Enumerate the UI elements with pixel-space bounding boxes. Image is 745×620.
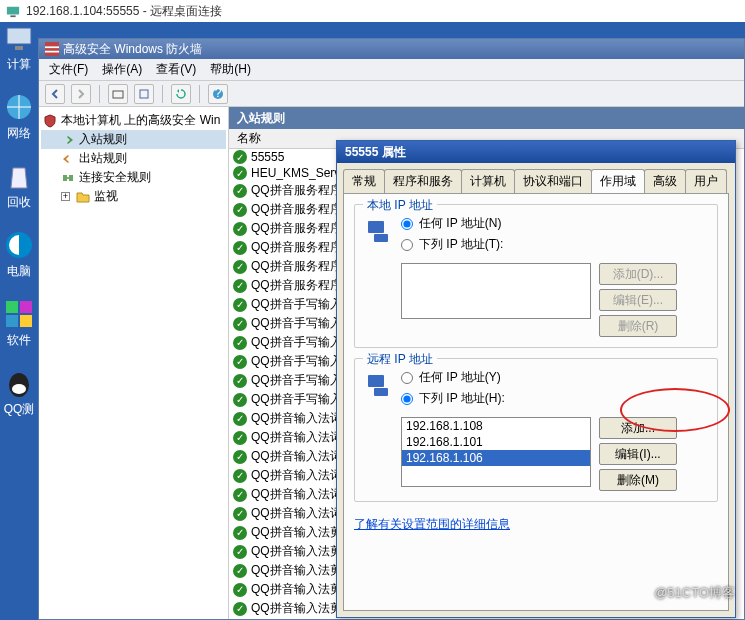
rule-name: QQ拼音服务程序 bbox=[251, 277, 342, 294]
menu-file[interactable]: 文件(F) bbox=[43, 59, 94, 80]
tab-advanced[interactable]: 高级 bbox=[644, 169, 686, 193]
tree-root[interactable]: 本地计算机 上的高级安全 Win bbox=[41, 111, 226, 130]
menu-help[interactable]: 帮助(H) bbox=[204, 59, 257, 80]
svg-rect-16 bbox=[140, 90, 148, 98]
svg-rect-0 bbox=[7, 7, 19, 15]
svg-rect-24 bbox=[374, 388, 388, 396]
remote-these-radio[interactable]: 下列 IP 地址(H): bbox=[401, 390, 707, 407]
ip-entry[interactable]: 192.168.1.108 bbox=[402, 418, 590, 434]
svg-rect-6 bbox=[6, 301, 18, 313]
svg-rect-19 bbox=[63, 175, 67, 181]
svg-rect-15 bbox=[113, 91, 123, 98]
desktop-icon-computer[interactable]: 计算 bbox=[0, 22, 38, 73]
tab-users[interactable]: 用户 bbox=[685, 169, 727, 193]
firewall-titlebar: 高级安全 Windows 防火墙 bbox=[39, 39, 744, 59]
toolbar-back[interactable] bbox=[45, 84, 65, 104]
remote-remove-button[interactable]: 删除(M) bbox=[599, 469, 677, 491]
rdp-icon bbox=[6, 4, 20, 18]
enabled-icon: ✓ bbox=[233, 222, 247, 236]
rdp-title: 192.168.1.104:55555 - 远程桌面连接 bbox=[26, 3, 222, 20]
enabled-icon: ✓ bbox=[233, 431, 247, 445]
tab-computers[interactable]: 计算机 bbox=[461, 169, 515, 193]
tree-monitor[interactable]: + 监视 bbox=[41, 187, 226, 206]
enabled-icon: ✓ bbox=[233, 203, 247, 217]
tab-general[interactable]: 常规 bbox=[343, 169, 385, 193]
rule-name: QQ拼音服务程序 bbox=[251, 201, 342, 218]
rule-name: QQ拼音服务程序 bbox=[251, 239, 342, 256]
tab-ports[interactable]: 协议和端口 bbox=[514, 169, 592, 193]
desktop-icon-recycle[interactable]: 回收 bbox=[0, 160, 38, 211]
enabled-icon: ✓ bbox=[233, 488, 247, 502]
network-icon bbox=[365, 217, 393, 245]
tab-scope[interactable]: 作用域 bbox=[591, 169, 645, 193]
enabled-icon: ✓ bbox=[233, 469, 247, 483]
svg-rect-2 bbox=[7, 28, 31, 44]
remote-add-button[interactable]: 添加... bbox=[599, 417, 677, 439]
remote-ip-listbox[interactable]: 192.168.1.108192.168.1.101192.168.1.106 bbox=[401, 417, 591, 487]
svg-rect-21 bbox=[368, 221, 384, 233]
tab-programs[interactable]: 程序和服务 bbox=[384, 169, 462, 193]
toolbar-help[interactable]: ? bbox=[208, 84, 228, 104]
rule-name: QQ拼音手写输入 bbox=[251, 296, 342, 313]
svg-rect-23 bbox=[368, 375, 384, 387]
local-these-radio[interactable]: 下列 IP 地址(T): bbox=[401, 236, 707, 253]
desktop-icon-app1[interactable]: 电脑 bbox=[0, 229, 38, 280]
svg-rect-8 bbox=[6, 315, 18, 327]
watermark: @51CTO博客 bbox=[654, 584, 735, 602]
enabled-icon: ✓ bbox=[233, 526, 247, 540]
dialog-title: 55555 属性 bbox=[337, 141, 735, 163]
local-ip-label: 本地 IP 地址 bbox=[363, 197, 437, 214]
remote-any-radio[interactable]: 任何 IP 地址(Y) bbox=[401, 369, 707, 386]
remote-ip-label: 远程 IP 地址 bbox=[363, 351, 437, 368]
learn-more-link[interactable]: 了解有关设置范围的详细信息 bbox=[354, 516, 510, 533]
svg-rect-22 bbox=[374, 234, 388, 242]
local-ip-group: 本地 IP 地址 任何 IP 地址(N) 下列 IP 地址(T): 添加(D).… bbox=[354, 204, 718, 348]
desktop-icon-network[interactable]: 网络 bbox=[0, 91, 38, 142]
rule-name: QQ拼音手写输入 bbox=[251, 391, 342, 408]
rule-name: QQ拼音手写输入 bbox=[251, 372, 342, 389]
menu-action[interactable]: 操作(A) bbox=[96, 59, 148, 80]
toolbar-btn2[interactable] bbox=[134, 84, 154, 104]
toolbar-refresh[interactable] bbox=[171, 84, 191, 104]
enabled-icon: ✓ bbox=[233, 336, 247, 350]
rule-name: 55555 bbox=[251, 150, 284, 164]
local-ip-listbox[interactable] bbox=[401, 263, 591, 319]
enabled-icon: ✓ bbox=[233, 583, 247, 597]
rule-name: QQ拼音手写输入 bbox=[251, 334, 342, 351]
main-header: 入站规则 bbox=[229, 107, 744, 129]
enabled-icon: ✓ bbox=[233, 450, 247, 464]
properties-dialog: 55555 属性 常规 程序和服务 计算机 协议和端口 作用域 高级 用户 本地… bbox=[336, 140, 736, 618]
local-remove-button[interactable]: 删除(R) bbox=[599, 315, 677, 337]
desktop: 计算 网络 回收 电脑 软件 QQ测 bbox=[0, 22, 38, 436]
tree-inbound[interactable]: 入站规则 bbox=[41, 130, 226, 149]
enabled-icon: ✓ bbox=[233, 412, 247, 426]
ip-entry[interactable]: 192.168.1.106 bbox=[402, 450, 590, 466]
local-any-radio[interactable]: 任何 IP 地址(N) bbox=[401, 215, 707, 232]
enabled-icon: ✓ bbox=[233, 298, 247, 312]
firewall-title: 高级安全 Windows 防火墙 bbox=[63, 41, 202, 58]
tree-connsec[interactable]: 连接安全规则 bbox=[41, 168, 226, 187]
desktop-icon-app2[interactable]: 软件 bbox=[0, 298, 38, 349]
local-edit-button[interactable]: 编辑(E)... bbox=[599, 289, 677, 311]
desktop-icon-qq[interactable]: QQ测 bbox=[0, 367, 38, 418]
svg-rect-20 bbox=[69, 175, 73, 181]
rdp-titlebar: 192.168.1.104:55555 - 远程桌面连接 bbox=[0, 0, 745, 22]
menu-view[interactable]: 查看(V) bbox=[150, 59, 202, 80]
svg-rect-14 bbox=[45, 51, 59, 53]
tree-outbound[interactable]: 出站规则 bbox=[41, 149, 226, 168]
enabled-icon: ✓ bbox=[233, 241, 247, 255]
enabled-icon: ✓ bbox=[233, 374, 247, 388]
local-add-button[interactable]: 添加(D)... bbox=[599, 263, 677, 285]
enabled-icon: ✓ bbox=[233, 355, 247, 369]
rule-row[interactable]: ✓QQ拼音输入法皮肤 bbox=[229, 618, 744, 619]
firewall-icon bbox=[45, 42, 59, 56]
enabled-icon: ✓ bbox=[233, 260, 247, 274]
toolbar-forward[interactable] bbox=[71, 84, 91, 104]
remote-edit-button[interactable]: 编辑(I)... bbox=[599, 443, 677, 465]
toolbar-btn1[interactable] bbox=[108, 84, 128, 104]
firewall-tree: 本地计算机 上的高级安全 Win 入站规则 出站规则 连接安全规则 + 监视 bbox=[39, 107, 229, 619]
expand-icon[interactable]: + bbox=[61, 192, 70, 201]
enabled-icon: ✓ bbox=[233, 166, 247, 180]
enabled-icon: ✓ bbox=[233, 602, 247, 616]
ip-entry[interactable]: 192.168.1.101 bbox=[402, 434, 590, 450]
